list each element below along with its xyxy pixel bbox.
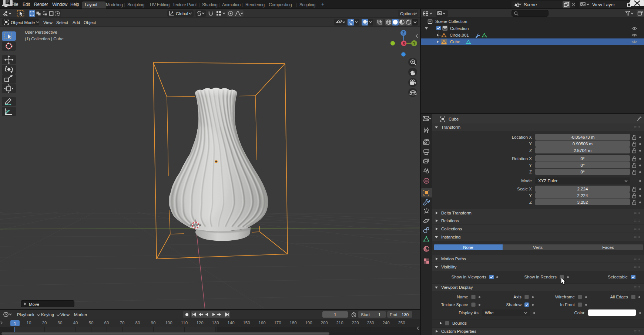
svg-text:X: X [403, 41, 405, 45]
svg-text:Z: Z [402, 31, 405, 35]
svg-text:Y: Y [413, 41, 416, 45]
